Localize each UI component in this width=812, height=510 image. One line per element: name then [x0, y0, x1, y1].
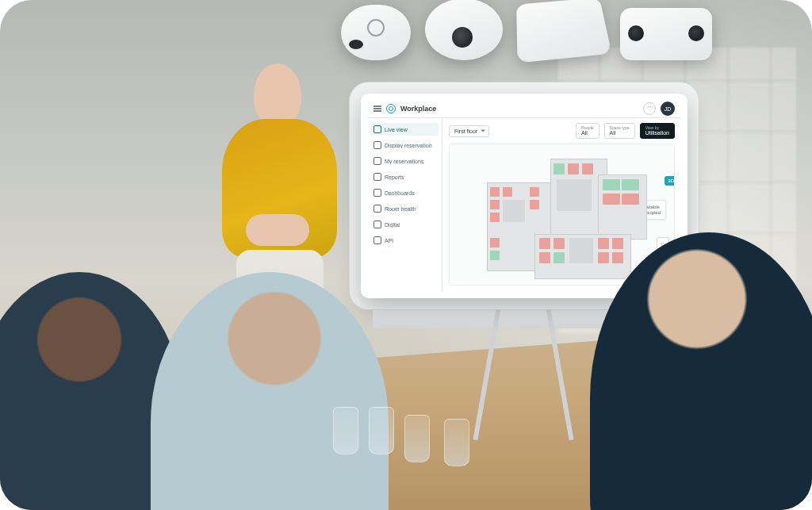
- grid-icon: [373, 125, 381, 133]
- calendar-icon: [373, 141, 381, 149]
- water-glass: [444, 419, 469, 466]
- sidebar-item-label: Digital: [385, 222, 400, 228]
- health-icon: [373, 205, 381, 213]
- sidebar-item-label: Room health: [385, 206, 416, 212]
- water-glass: [404, 415, 430, 462]
- sidebar-item-display-reservation[interactable]: Display reservation: [370, 139, 439, 151]
- sidebar-item-label: Live view: [385, 127, 408, 132]
- floor-select-value: First floor: [454, 128, 477, 134]
- floor-select[interactable]: First floor: [449, 125, 489, 137]
- water-glass: [369, 407, 394, 454]
- sidebar-item-digital[interactable]: Digital: [370, 218, 439, 231]
- floor-plan: [487, 159, 645, 278]
- sensor-devices-row: [341, 0, 712, 60]
- sidebar-item-dashboards[interactable]: Dashboards: [370, 186, 439, 199]
- app-brand: Workplace: [400, 105, 436, 113]
- sidebar-item-label: Reports: [385, 174, 404, 180]
- code-icon: [373, 236, 381, 244]
- app-sidebar: Live view Display reservation My reserva…: [367, 118, 442, 292]
- user-avatar[interactable]: JD: [661, 102, 675, 116]
- people-filter[interactable]: PeopleAll: [576, 123, 599, 139]
- dual-lens-sensor-device: [620, 8, 712, 60]
- app-toolbar: First floor PeopleAll Space typeAll View…: [442, 118, 681, 144]
- favorite-icon[interactable]: ♡: [643, 102, 656, 115]
- filter-value: All: [610, 130, 630, 136]
- sidebar-item-label: Dashboards: [385, 190, 415, 196]
- flat-square-sensor-device: [516, 0, 611, 63]
- ceiling-dome-sensor-device: [425, 0, 503, 60]
- round-sensor-device: [341, 5, 411, 60]
- sidebar-item-api[interactable]: API: [370, 234, 439, 247]
- display-stand: [476, 298, 571, 441]
- screen-icon: [373, 220, 381, 228]
- workplace-app: Workplace ♡ JD Live view Display reserva…: [367, 100, 681, 292]
- sidebar-item-my-reservations[interactable]: My reservations: [370, 155, 439, 167]
- view-3d-tag[interactable]: 3D: [665, 176, 675, 186]
- view-by-button[interactable]: View byUtilisation: [640, 123, 675, 139]
- sidebar-item-label: My reservations: [385, 159, 423, 164]
- sidebar-item-room-health[interactable]: Room health: [370, 202, 439, 215]
- menu-icon[interactable]: [373, 105, 381, 112]
- water-glass: [333, 407, 358, 454]
- app-topbar: Workplace ♡ JD: [367, 100, 681, 118]
- app-logo-icon: [386, 104, 396, 113]
- filter-value: All: [581, 130, 594, 136]
- bookmark-icon: [373, 157, 381, 165]
- sidebar-item-label: Display reservation: [385, 143, 432, 148]
- attendee-center: [151, 272, 389, 510]
- marketing-scene: Workplace ♡ JD Live view Display reserva…: [0, 0, 812, 510]
- space-type-filter[interactable]: Space typeAll: [604, 123, 635, 139]
- sidebar-item-live-view[interactable]: Live view: [370, 123, 439, 136]
- button-value: Utilisation: [645, 130, 669, 136]
- device-logo-icon: [367, 19, 385, 36]
- dashboard-icon: [373, 189, 381, 197]
- sidebar-item-label: API: [385, 238, 393, 243]
- sidebar-item-reports[interactable]: Reports: [370, 171, 439, 183]
- chart-icon: [373, 173, 381, 181]
